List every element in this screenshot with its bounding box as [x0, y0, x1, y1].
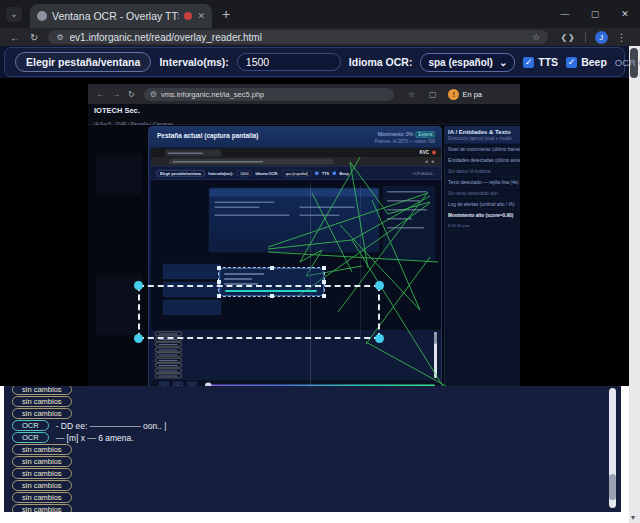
interval-input[interactable] [237, 53, 341, 71]
url-text: ev1.inforganic.net/read/overlay_reader.h… [70, 32, 527, 43]
capture-panel: Pestaña actual (captura pantalla) Movimi… [148, 126, 442, 392]
mini-lang-value: spa (español) [282, 170, 312, 177]
language-select-value: spa (español) [428, 57, 492, 68]
faint-block [96, 155, 142, 195]
sidebar-row-label: Entidades detectadas (último aviso) [445, 155, 520, 166]
minimize-button[interactable]: — [550, 0, 580, 28]
new-tab-button[interactable]: + [222, 6, 230, 22]
frames-stat: Frames: IA 2870 — visión 700 [325, 139, 435, 144]
selection-handle[interactable] [375, 281, 384, 290]
forward-icon: → [112, 90, 120, 99]
embedded-address-bar: ⚙ vms.inforganic.net/ia_sec5.php [144, 88, 394, 101]
beep-label: Beep [581, 56, 607, 68]
selection-handle[interactable] [134, 334, 143, 343]
maximize-button[interactable]: ▢ [580, 0, 610, 28]
side-panel-icon[interactable]: ❮❯ [560, 33, 575, 42]
browser-tab[interactable]: Ventana OCR - Overlay TTS ✕ [30, 4, 212, 28]
tab-close-icon[interactable]: ✕ [197, 11, 205, 21]
log-row: sin cambios [12, 456, 613, 467]
movement-percent: Movimiento: 0% [378, 132, 414, 138]
log-row: OCR- DD ee: —————— oon.. | [12, 420, 613, 431]
reload-icon: ↻ [128, 90, 135, 99]
embedded-url-row: ← → ↻ ⚙ vms.inforganic.net/ia_sec5.php ☆… [88, 84, 520, 104]
tab-title: Ventana OCR - Overlay TTS [52, 10, 179, 22]
mini-log-scrollbar [434, 332, 437, 378]
scrollbar-down-icon[interactable]: ▾ [631, 513, 635, 522]
beep-checkbox[interactable]: ✓ [566, 57, 577, 68]
close-button[interactable]: ✕ [610, 0, 640, 28]
reload-icon[interactable]: ↻ [30, 32, 38, 43]
ocr-language-label: Idioma OCR: [349, 56, 413, 68]
selection-handle[interactable] [134, 281, 143, 290]
log-badge: OCR [12, 420, 49, 431]
tts-checkbox[interactable]: ✓ [523, 57, 534, 68]
embedded-url-text: vms.inforganic.net/ia_sec5.php [161, 90, 264, 99]
mini-ocr-status: OCR 663x14… [412, 171, 436, 175]
tune-icon[interactable]: ⚙ [56, 33, 63, 42]
beep-checkbox-wrap: ✓ Beep [566, 56, 607, 68]
mini-beep-label: Beep [340, 171, 349, 176]
log-badge: sin cambios [12, 408, 72, 419]
mini-log-pill [155, 347, 182, 352]
capture-selection-rect[interactable] [138, 285, 380, 339]
mini-log-pill [155, 374, 182, 379]
log-row: sin cambios [12, 504, 613, 512]
mini-log-pill [155, 368, 182, 373]
profile-avatar[interactable]: J [595, 31, 608, 44]
back-icon[interactable]: ← [10, 32, 20, 43]
menu-kebab-icon[interactable]: ⋮ [617, 32, 627, 43]
sidebar-row-dim: Sin datos IA todavía. [445, 166, 520, 177]
state-badge: Espera [416, 132, 435, 138]
sidebar-row-dim: Sin texto detectado aún. [445, 188, 520, 199]
mini-log-pill [155, 342, 182, 347]
pick-tab-button[interactable]: Elegir pestaña/ventana [15, 52, 151, 72]
tab-strip: ⌄ Ventana OCR - Overlay TTS ✕ + — ▢ ✕ [0, 0, 640, 28]
tts-checkbox-wrap: ✓ TTS [523, 56, 558, 68]
log-row: sin cambios [12, 444, 613, 455]
mini-address-bar [169, 159, 334, 165]
mini-beep-checkbox: ✓ [333, 171, 337, 175]
level3-sidebar [383, 186, 435, 261]
pause-alert-icon: ! [448, 89, 459, 100]
mini-url-row [151, 157, 441, 166]
sidebar-row-alert: Movimiento alto (score=0.90) [445, 210, 520, 221]
ocr-log-box[interactable]: sin cambiossin cambiossin cambiosOCR- DD… [4, 386, 621, 512]
divider [585, 32, 586, 43]
log-row: sin cambios [12, 480, 613, 491]
selection-handle[interactable] [375, 334, 384, 343]
paused-badge: ! En pa [448, 89, 482, 100]
site-header: IOTECH Sec. IA Sec5 · DVR / Pantalla / C… [88, 104, 520, 125]
log-badge: sin cambios [12, 386, 72, 395]
mini-ocr-toolbar: Elegir pestaña/ventana Intervalo(ms): 15… [151, 166, 441, 180]
log-text: - DD ee: —————— oon.. | [56, 421, 167, 431]
chevron-down-icon: ⌄ [499, 57, 507, 68]
log-badge: sin cambios [12, 396, 72, 407]
mini-interval-label: Intervalo(ms): [208, 171, 233, 176]
page-scrollbar[interactable]: ▾ [629, 46, 640, 523]
log-row: sin cambios [12, 396, 613, 407]
chevron-down-icon: ⌄ [10, 8, 18, 19]
tab-search-button[interactable]: ⌄ [6, 7, 22, 22]
mini-interval-value: 1500 [237, 170, 252, 177]
capture-panel-title: Pestaña actual (captura pantalla) [157, 132, 259, 140]
ia-sidebar-header: IA / Entidades & Texto Detección (aprox)… [445, 126, 520, 144]
log-scrollbar-thumb[interactable] [609, 474, 616, 500]
interval-label: Intervalo(ms): [159, 56, 228, 68]
log-row: sin cambios [12, 468, 613, 479]
language-select[interactable]: spa (español) ⌄ [420, 53, 515, 72]
log-scrollbar[interactable] [609, 388, 616, 508]
log-list: sin cambiossin cambiossin cambiosOCR- DD… [12, 386, 613, 512]
mini-pick-tab-button: Elegir pestaña/ventana [156, 170, 205, 177]
sidebar-row-label: Nivel de movimiento (último frame) [445, 144, 520, 155]
level3-panel-header [210, 189, 379, 197]
captured-screenshot: ← → ↻ ⚙ vms.inforganic.net/ia_sec5.php ☆… [88, 84, 520, 392]
window-controls: — ▢ ✕ [550, 0, 640, 28]
address-bar[interactable]: ⚙ ev1.inforganic.net/read/overlay_reader… [48, 30, 548, 44]
browser-window: ⌄ Ventana OCR - Overlay TTS ✕ + — ▢ ✕ ← … [0, 0, 640, 523]
tts-label: TTS [538, 56, 558, 68]
mini-lang-label: Idioma OCR: [255, 171, 278, 176]
log-badge: sin cambios [12, 480, 72, 491]
mini-tts-checkbox: ✓ [315, 171, 319, 175]
bookmark-star-icon[interactable]: ☆ [532, 32, 540, 42]
screenshot-box-icon: ▢ [429, 90, 437, 99]
